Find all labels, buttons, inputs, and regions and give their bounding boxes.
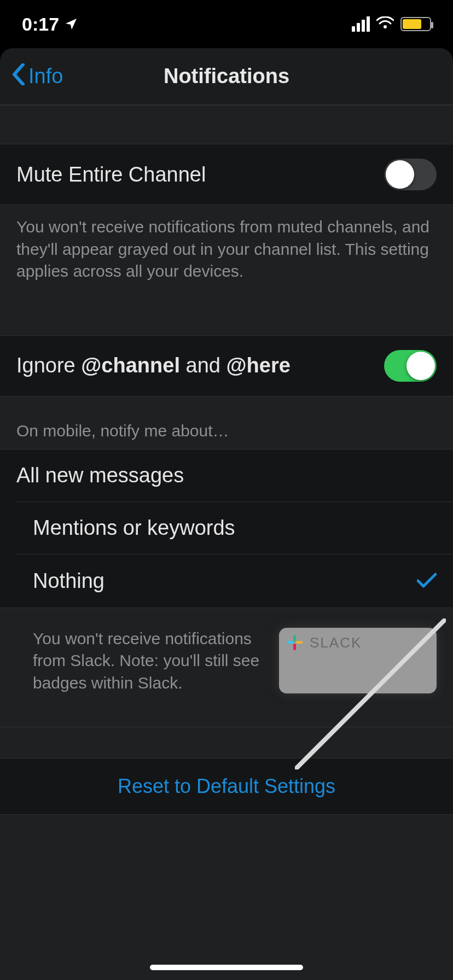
- mute-channel-footer: You won't receive notifications from mut…: [0, 205, 453, 305]
- checkmark-icon: [417, 569, 437, 593]
- back-label: Info: [28, 65, 63, 88]
- notify-preview-text: You won't receive notifications from Sla…: [33, 628, 263, 695]
- section-spacer: [0, 305, 453, 335]
- svg-rect-4: [287, 641, 294, 644]
- notify-option-label: Mentions or keywords: [33, 516, 235, 540]
- notify-option-label: Nothing: [33, 569, 104, 593]
- notify-option-label: All new messages: [16, 464, 184, 487]
- ignore-mentions-toggle[interactable]: [384, 350, 437, 382]
- svg-rect-1: [293, 635, 296, 641]
- notify-option-mentions[interactable]: Mentions or keywords: [16, 501, 453, 554]
- home-indicator[interactable]: [150, 965, 303, 970]
- mention-channel: @channel: [81, 354, 180, 377]
- location-icon: [65, 14, 78, 35]
- notify-section-header: On mobile, notify me about…: [0, 396, 453, 450]
- mention-here: @here: [226, 354, 291, 377]
- notify-option-all[interactable]: All new messages: [0, 450, 453, 501]
- notify-option-nothing[interactable]: Nothing: [16, 554, 453, 608]
- slack-icon: [287, 634, 303, 653]
- reset-defaults-button[interactable]: Reset to Default Settings: [118, 775, 335, 797]
- mute-channel-toggle[interactable]: [384, 159, 437, 190]
- mute-channel-label: Mute Entire Channel: [16, 163, 206, 186]
- notify-preview: You won't receive notifications from Sla…: [0, 608, 453, 728]
- notify-options: All new messages Mentions or keywords No…: [0, 450, 453, 608]
- battery-icon: [400, 17, 431, 31]
- svg-rect-2: [296, 641, 303, 644]
- bottom-fill: [0, 815, 453, 980]
- ignore-mentions-row[interactable]: Ignore @channel and @here: [0, 335, 453, 396]
- nav-bar: Info Notifications: [0, 48, 453, 105]
- ignore-prefix: Ignore: [16, 354, 81, 377]
- svg-point-0: [384, 25, 387, 28]
- section-spacer: [0, 105, 453, 144]
- page-title: Notifications: [0, 65, 453, 88]
- ignore-mid: and: [180, 354, 226, 377]
- notification-preview-app: SLACK: [310, 634, 428, 651]
- reset-defaults-row[interactable]: Reset to Default Settings: [0, 758, 453, 815]
- wifi-icon: [376, 16, 394, 32]
- status-right: [352, 16, 431, 32]
- settings-sheet: Info Notifications Mute Entire Channel Y…: [0, 48, 453, 980]
- back-button[interactable]: Info: [0, 63, 63, 90]
- status-time-group: 0:17: [22, 14, 78, 35]
- status-time: 0:17: [22, 14, 59, 35]
- mute-channel-row[interactable]: Mute Entire Channel: [0, 144, 453, 205]
- status-bar: 0:17: [0, 0, 453, 48]
- ignore-mentions-label: Ignore @channel and @here: [16, 354, 291, 377]
- notification-preview-card: SLACK: [279, 628, 437, 693]
- chevron-left-icon: [12, 63, 25, 90]
- svg-rect-3: [293, 644, 296, 650]
- cellular-icon: [352, 16, 370, 32]
- section-spacer: [0, 727, 453, 758]
